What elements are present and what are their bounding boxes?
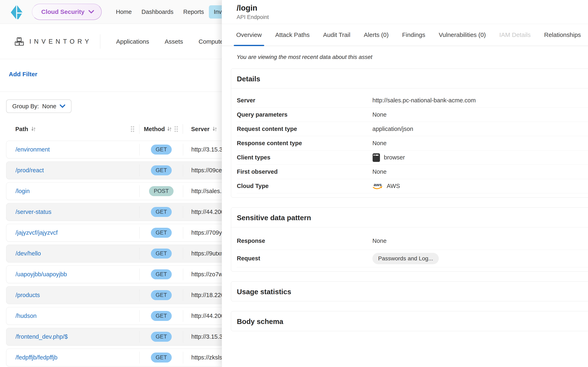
method-pill: GET bbox=[151, 352, 172, 363]
panel-tab[interactable]: Overview bbox=[236, 24, 262, 46]
panel-tab[interactable]: Audit Trail bbox=[323, 24, 350, 46]
detail-row: First observed bbox=[237, 165, 588, 179]
method-cell: GET bbox=[139, 227, 183, 239]
endpoint-path-link[interactable]: /dev/hello bbox=[16, 250, 41, 257]
app-logo-icon bbox=[11, 4, 23, 20]
detail-value: aws http://sales.pc-national-bank-acme.c… bbox=[372, 97, 476, 104]
detail-value-text: AWS bbox=[387, 183, 400, 189]
drag-handle-icon[interactable] bbox=[130, 126, 135, 132]
sensitive-value: None bbox=[372, 238, 387, 244]
endpoint-path-link[interactable]: /login bbox=[16, 188, 30, 194]
table-row: /dev/hello GET https://9utxm bbox=[6, 245, 235, 262]
sort-icon[interactable] bbox=[31, 126, 36, 132]
path-cell: /login bbox=[6, 188, 139, 194]
table-row: /jajyzvcf/jajyzvcf GET https://709yg bbox=[6, 224, 235, 242]
body-schema-card[interactable]: Body schema bbox=[231, 311, 588, 331]
path-cell: /hudson bbox=[6, 313, 139, 319]
method-cell: GET bbox=[139, 165, 183, 176]
app-root: Cloud Security HomeDashboardsReportsInve… bbox=[0, 0, 588, 367]
sort-icon[interactable] bbox=[167, 126, 172, 132]
column-label: Path bbox=[15, 126, 28, 133]
endpoint-path-link[interactable]: /environment bbox=[16, 146, 50, 153]
path-cell: /frontend_dev.php/$ bbox=[6, 333, 139, 340]
detail-row: Query parameters bbox=[237, 108, 588, 122]
product-switcher-label: Cloud Security bbox=[41, 8, 85, 15]
endpoint-path-link[interactable]: /server-status bbox=[16, 209, 52, 215]
group-by-label: Group By: bbox=[12, 103, 39, 110]
inventory-title-divider bbox=[100, 34, 100, 49]
inventory-title-label: INVENTORY bbox=[29, 38, 92, 45]
column-header-path[interactable]: Path bbox=[6, 126, 139, 133]
method-cell: GET bbox=[139, 289, 183, 301]
sensitive-label: Response bbox=[237, 238, 372, 244]
inventory-tab[interactable]: Assets bbox=[157, 24, 191, 59]
svg-text:aws: aws bbox=[374, 182, 382, 187]
method-cell: GET bbox=[139, 206, 183, 218]
group-by-value: None bbox=[42, 103, 56, 110]
usage-statistics-card[interactable]: Usage statistics bbox=[231, 281, 588, 301]
method-cell: GET bbox=[139, 310, 183, 322]
method-cell: GET bbox=[139, 144, 183, 156]
browser-icon bbox=[372, 153, 380, 162]
nav-item[interactable]: Dashboards bbox=[137, 5, 178, 18]
column-header-method[interactable]: Method bbox=[139, 124, 183, 134]
detail-label: Cloud Type bbox=[237, 183, 372, 189]
endpoint-path-link[interactable]: /jajyzvcf/jajyzvcf bbox=[16, 229, 58, 236]
detail-value: aws None bbox=[372, 111, 387, 118]
panel-tab[interactable]: Attack Paths bbox=[275, 24, 310, 46]
details-rows: Server bbox=[231, 89, 588, 197]
method-pill: GET bbox=[151, 290, 172, 300]
nav-item[interactable]: Reports bbox=[178, 5, 209, 18]
detail-label: Request content type bbox=[237, 125, 372, 132]
drag-handle-icon[interactable] bbox=[174, 126, 178, 132]
method-cell: GET bbox=[139, 331, 183, 343]
table-header: Path Method Server bbox=[6, 122, 235, 136]
column-label: Server bbox=[191, 126, 209, 133]
method-cell: GET bbox=[139, 352, 183, 364]
product-switcher[interactable]: Cloud Security bbox=[32, 4, 102, 20]
group-by-dropdown[interactable]: Group By: None bbox=[6, 100, 71, 113]
sensitive-value-text: None bbox=[372, 238, 387, 244]
table-row: /products GET http://18.220. bbox=[6, 286, 235, 304]
method-pill: GET bbox=[151, 249, 172, 259]
panel-tab[interactable]: Vulnerabilities (0) bbox=[439, 24, 486, 46]
panel-tab[interactable]: Findings bbox=[402, 24, 425, 46]
details-heading: Details bbox=[231, 69, 588, 88]
endpoint-path-link[interactable]: /prod/react bbox=[16, 167, 44, 174]
panel-subtitle: API Endpoint bbox=[237, 14, 588, 20]
inventory-tab[interactable]: Applications bbox=[108, 24, 157, 59]
sensitive-pattern-chip[interactable]: Passwords and Log... bbox=[372, 253, 439, 264]
detail-label: Response content type bbox=[237, 140, 372, 147]
panel-tab[interactable]: Alerts (0) bbox=[364, 24, 389, 46]
method-cell: GET bbox=[139, 268, 183, 280]
panel-tab[interactable]: Relationships bbox=[544, 24, 581, 46]
detail-label: Client types bbox=[237, 154, 372, 161]
endpoint-path-link[interactable]: /fedpffjb/fedpffjb bbox=[16, 354, 57, 361]
sensitive-data-card: Sensitive data pattern Response None Req… bbox=[231, 207, 588, 272]
detail-row: Response content type bbox=[237, 136, 588, 150]
add-filter-button[interactable]: Add Filter bbox=[9, 71, 37, 78]
body-schema-heading: Body schema bbox=[231, 311, 588, 331]
detail-value-text: http://sales.pc-national-bank-acme.com bbox=[372, 97, 476, 104]
endpoint-path-link[interactable]: /frontend_dev.php/$ bbox=[16, 333, 68, 340]
endpoint-path-link[interactable]: /products bbox=[16, 292, 40, 298]
table-row: /prod/react GET https://09ce3 bbox=[6, 161, 235, 179]
detail-label: Server bbox=[237, 97, 372, 104]
column-label: Method bbox=[144, 126, 165, 133]
detail-value-text: None bbox=[372, 168, 387, 175]
panel-tabs: OverviewAttack PathsAudit TrailAlerts (0… bbox=[222, 24, 588, 46]
detail-label: First observed bbox=[237, 168, 372, 175]
detail-row: Client types bbox=[237, 150, 588, 165]
endpoint-path-link[interactable]: /uapoyjbb/uapoyjbb bbox=[16, 271, 67, 277]
path-cell: /dev/hello bbox=[6, 250, 139, 257]
sort-icon[interactable] bbox=[212, 126, 217, 132]
aws-icon: aws bbox=[372, 182, 383, 191]
method-pill: POST bbox=[149, 186, 173, 196]
endpoint-path-link[interactable]: /hudson bbox=[16, 313, 36, 319]
usage-statistics-heading: Usage statistics bbox=[231, 282, 588, 301]
nav-item[interactable]: Home bbox=[111, 5, 137, 18]
detail-value-text: browser bbox=[384, 154, 405, 161]
panel-title: /login bbox=[237, 4, 588, 12]
panel-tab[interactable]: IAM Details bbox=[499, 24, 531, 46]
detail-value-text: None bbox=[372, 140, 387, 147]
